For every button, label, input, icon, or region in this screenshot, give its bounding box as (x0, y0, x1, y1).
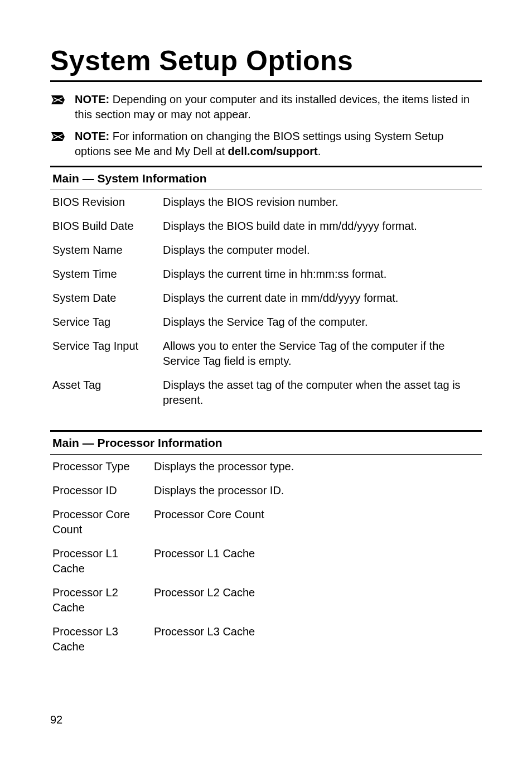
table-row: Asset Tag Displays the asset tag of the … (50, 373, 482, 412)
note-text: NOTE: Depending on your computer and its… (75, 92, 482, 122)
row-key: Processor Core Count (52, 507, 147, 537)
table-row: BIOS Revision Displays the BIOS revision… (50, 190, 482, 214)
section-header-processor-information: Main — Processor Information (50, 430, 482, 455)
row-key: System Time (52, 267, 156, 282)
row-key: BIOS Revision (52, 195, 156, 210)
table-row: Processor Type Displays the processor ty… (50, 455, 482, 479)
table-row: System Time Displays the current time in… (50, 262, 482, 286)
row-key: BIOS Build Date (52, 219, 156, 234)
row-key: Processor ID (52, 483, 147, 498)
row-val: Displays the processor ID. (154, 483, 480, 498)
table-row: System Date Displays the current date in… (50, 286, 482, 310)
row-val: Processor L2 Cache (154, 585, 480, 615)
row-val: Displays the BIOS revision number. (163, 195, 480, 210)
table-processor-information: Processor Type Displays the processor ty… (50, 455, 482, 659)
note-icon (50, 93, 66, 107)
table-row: BIOS Build Date Displays the BIOS build … (50, 214, 482, 238)
row-val: Displays the BIOS build date in mm/dd/yy… (163, 219, 480, 234)
row-key: Processor L1 Cache (52, 546, 147, 576)
row-key: Processor Type (52, 459, 147, 474)
table-row: System Name Displays the computer model. (50, 238, 482, 262)
row-key: Processor L3 Cache (52, 624, 147, 654)
section-header-system-information: Main — System Information (50, 166, 482, 190)
row-key: Service Tag (52, 315, 156, 330)
row-val: Displays the Service Tag of the computer… (163, 315, 480, 330)
table-row: Processor Core Count Processor Core Coun… (50, 503, 482, 542)
note-label: NOTE: (75, 130, 109, 142)
table-row: Processor ID Displays the processor ID. (50, 479, 482, 503)
row-key: Processor L2 Cache (52, 585, 147, 615)
note-body-after: . (318, 145, 321, 157)
table-row: Service Tag Input Allows you to enter th… (50, 334, 482, 373)
table-row: Processor L2 Cache Processor L2 Cache (50, 581, 482, 620)
row-val: Displays the current time in hh:mm:ss fo… (163, 267, 480, 282)
page-number: 92 (50, 713, 62, 726)
row-key: System Name (52, 243, 156, 258)
row-val: Displays the processor type. (154, 459, 480, 474)
row-val: Allows you to enter the Service Tag of t… (163, 339, 480, 369)
note-row: NOTE: Depending on your computer and its… (50, 92, 482, 122)
table-system-information: BIOS Revision Displays the BIOS revision… (50, 190, 482, 412)
row-val: Processor Core Count (154, 507, 480, 537)
row-key: Service Tag Input (52, 339, 156, 369)
row-val: Processor L3 Cache (154, 624, 480, 654)
note-row: NOTE: For information on changing the BI… (50, 129, 482, 159)
row-val: Displays the current date in mm/dd/yyyy … (163, 291, 480, 306)
note-body: Depending on your computer and its insta… (75, 93, 470, 120)
page-title: System Setup Options (50, 45, 482, 82)
row-val: Processor L1 Cache (154, 546, 480, 576)
note-label: NOTE: (75, 93, 109, 105)
row-key: Asset Tag (52, 378, 156, 408)
row-key: System Date (52, 291, 156, 306)
note-icon (50, 130, 66, 143)
row-val: Displays the computer model. (163, 243, 480, 258)
row-val: Displays the asset tag of the computer w… (163, 378, 480, 408)
note-text: NOTE: For information on changing the BI… (75, 129, 482, 159)
table-row: Service Tag Displays the Service Tag of … (50, 310, 482, 334)
table-row: Processor L3 Cache Processor L3 Cache (50, 620, 482, 659)
note-body-bold: dell.com/support (228, 145, 318, 157)
table-row: Processor L1 Cache Processor L1 Cache (50, 542, 482, 581)
